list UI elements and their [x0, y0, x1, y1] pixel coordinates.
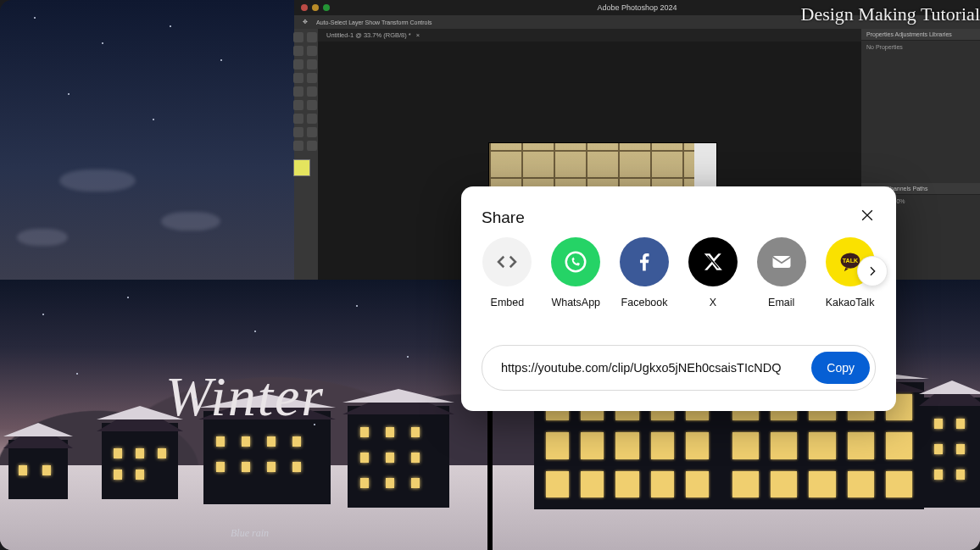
stage: Adobe Photoshop 2024 ✥Auto-Select Layer … — [0, 0, 980, 550]
share-dialog: Share Embed WhatsApp Facebook — [461, 186, 896, 411]
share-url-row: Copy — [482, 345, 876, 391]
share-label-facebook: Facebook — [621, 297, 668, 308]
close-dot-icon[interactable] — [301, 4, 308, 11]
share-option-facebook[interactable]: Facebook — [619, 237, 671, 308]
share-label-email: Email — [768, 297, 794, 308]
share-options-row: Embed WhatsApp Facebook X — [482, 237, 876, 329]
ps-title: Adobe Photoshop 2024 — [597, 3, 677, 12]
share-label-embed: Embed — [491, 297, 525, 308]
share-option-whatsapp[interactable]: WhatsApp — [550, 237, 602, 308]
svg-text:TALK: TALK — [842, 258, 858, 264]
copy-button[interactable]: Copy — [811, 352, 870, 384]
min-dot-icon[interactable] — [312, 4, 319, 11]
scroll-next-button[interactable] — [857, 256, 888, 286]
panel-properties-tab[interactable]: Properties Adjustments Libraries — [861, 29, 980, 41]
share-option-embed[interactable]: Embed — [482, 237, 533, 308]
share-option-x[interactable]: X — [687, 237, 738, 308]
share-label-kakaotalk: KakaoTalk — [826, 297, 875, 308]
ps-options-text: Auto-Select Layer Show Transform Control… — [316, 19, 432, 25]
close-button[interactable] — [852, 200, 883, 231]
embed-icon — [482, 237, 532, 286]
winter-title: Winter — [165, 364, 325, 429]
share-label-x: X — [710, 297, 716, 308]
close-icon — [859, 207, 876, 224]
svg-rect-1 — [772, 256, 790, 268]
facebook-icon — [620, 237, 669, 286]
share-option-email[interactable]: Email — [755, 237, 807, 308]
email-icon — [757, 237, 806, 286]
dialog-title: Share — [482, 208, 525, 227]
overlay-watermark: Design Making Tutorial — [801, 3, 980, 25]
chevron-right-icon — [866, 264, 879, 278]
max-dot-icon[interactable] — [323, 4, 330, 11]
traffic-lights[interactable] — [301, 4, 330, 11]
share-label-whatsapp: WhatsApp — [551, 297, 600, 308]
whatsapp-icon — [551, 237, 600, 286]
sky-panel — [0, 0, 294, 280]
ps-toolbar[interactable] — [294, 29, 318, 280]
svg-point-0 — [566, 253, 586, 272]
swatch-icon[interactable] — [293, 159, 310, 176]
credit-label: Blue rain — [231, 527, 269, 540]
no-properties-label: No Properties — [861, 41, 980, 98]
ps-doc-tab[interactable]: Untitled-1 @ 33.7% (RGB/8) *× — [318, 29, 861, 42]
share-url-input[interactable] — [499, 360, 801, 375]
ps-doc-tab-label: Untitled-1 @ 33.7% (RGB/8) * — [326, 31, 411, 39]
x-icon — [688, 237, 738, 286]
